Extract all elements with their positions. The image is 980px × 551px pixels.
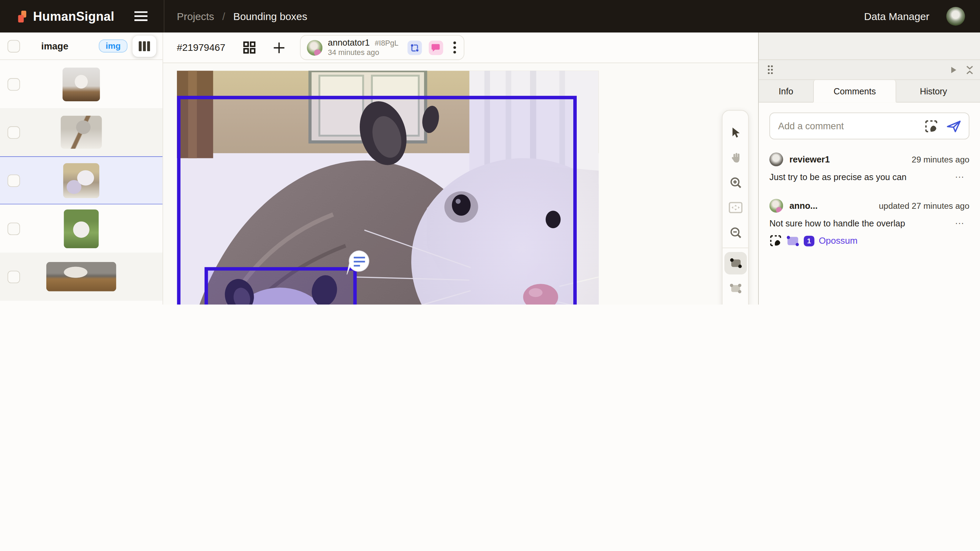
task-checkbox[interactable] bbox=[8, 174, 20, 187]
fit-to-screen-tool-icon[interactable] bbox=[723, 195, 748, 220]
comment-menu-ellipsis[interactable]: ... bbox=[955, 172, 969, 177]
task-list-header: image img bbox=[0, 32, 162, 60]
top-header: HumanSignal Projects / Bounding boxes Da… bbox=[0, 0, 980, 32]
attach-region-icon[interactable] bbox=[924, 119, 938, 133]
data-manager-link[interactable]: Data Manager bbox=[864, 10, 929, 22]
task-id: #21979467 bbox=[177, 42, 225, 53]
hamburger-menu-icon[interactable] bbox=[134, 11, 148, 21]
tool-divider bbox=[722, 247, 749, 248]
task-list-sidebar: image img bbox=[0, 32, 163, 304]
tab-info[interactable]: Info bbox=[759, 80, 813, 103]
task-checkbox[interactable] bbox=[8, 126, 20, 138]
comments-content: reviewer1 29 minutes ago Just try to be … bbox=[759, 103, 980, 304]
region-label: Opossum bbox=[819, 236, 858, 246]
comment-time: updated 27 minutes ago bbox=[879, 201, 969, 210]
breadcrumb-projects[interactable]: Projects bbox=[177, 10, 214, 22]
select-tool-icon[interactable] bbox=[723, 120, 748, 145]
column-type-badge[interactable]: img bbox=[99, 40, 127, 53]
task-checkbox[interactable] bbox=[8, 78, 20, 90]
task-row[interactable] bbox=[0, 60, 162, 108]
task-row-selected[interactable] bbox=[0, 156, 162, 204]
region-badge: 1 bbox=[804, 236, 815, 246]
add-annotation-icon[interactable] bbox=[273, 41, 285, 53]
annotator-name: annotator1 bbox=[328, 38, 370, 48]
ellipse-tool-icon[interactable] bbox=[723, 301, 748, 304]
comment-menu-ellipsis[interactable]: ... bbox=[955, 218, 969, 223]
annotator-avatar-small bbox=[770, 199, 783, 213]
tab-history[interactable]: History bbox=[896, 80, 970, 103]
image-canvas[interactable]: Cat 1 Opossum 2 bbox=[163, 63, 758, 304]
user-avatar[interactable] bbox=[946, 7, 965, 25]
comment-input[interactable] bbox=[778, 121, 924, 131]
expand-panel-icon[interactable] bbox=[951, 66, 957, 73]
comment-time: 29 minutes ago bbox=[912, 155, 969, 164]
tab-filler bbox=[970, 80, 980, 103]
task-checkbox[interactable] bbox=[8, 270, 20, 283]
send-comment-icon[interactable] bbox=[946, 119, 961, 132]
comment-author: reviewer1 bbox=[789, 154, 830, 164]
task-thumbnail[interactable] bbox=[64, 209, 99, 248]
comment-text: Not sure how to handle the overlap bbox=[770, 218, 905, 228]
task-row[interactable] bbox=[0, 301, 162, 304]
task-row[interactable] bbox=[0, 253, 162, 301]
annotation-time: 34 minutes ago bbox=[328, 49, 398, 57]
comment-author: anno... bbox=[789, 201, 818, 211]
tool-palette bbox=[722, 110, 749, 304]
breadcrumb-current: Bounding boxes bbox=[233, 10, 307, 22]
comments-panel-header[interactable] bbox=[759, 59, 980, 80]
grid-view-icon[interactable] bbox=[243, 41, 255, 54]
zoom-in-tool-icon[interactable] bbox=[723, 170, 748, 195]
task-thumbnail[interactable] bbox=[63, 163, 100, 198]
annotation-main: #21979467 annotator1 #I8PgL 34 minutes a… bbox=[163, 32, 758, 304]
region-opossum-2-fill[interactable] bbox=[206, 269, 355, 304]
task-thumbnail[interactable] bbox=[46, 262, 116, 291]
comments-panel-tabs: Info Comments History bbox=[759, 80, 980, 103]
comment-item: reviewer1 29 minutes ago Just try to be … bbox=[770, 153, 970, 182]
collapse-panel-icon[interactable] bbox=[966, 65, 974, 74]
comment-input-box[interactable] bbox=[770, 113, 970, 140]
task-row[interactable] bbox=[0, 204, 162, 252]
header-divider bbox=[164, 0, 164, 32]
tab-comments[interactable]: Comments bbox=[813, 80, 896, 103]
annotator-card[interactable]: annotator1 #I8PgL 34 minutes ago bbox=[300, 35, 464, 60]
comments-chip[interactable] bbox=[428, 40, 443, 55]
zoom-out-tool-icon[interactable] bbox=[723, 220, 748, 245]
reviewer-avatar bbox=[770, 153, 783, 166]
task-thumbnail[interactable] bbox=[62, 67, 100, 101]
column-title: image bbox=[41, 41, 68, 51]
rectangle-tool-icon-selected[interactable] bbox=[724, 252, 746, 274]
logo-text: HumanSignal bbox=[33, 9, 115, 24]
region-count-chip[interactable] bbox=[407, 40, 422, 55]
annotation-id-tag: #I8PgL bbox=[375, 40, 398, 48]
region-rect-icon bbox=[786, 235, 799, 247]
linked-region-icon bbox=[770, 234, 782, 247]
comment-text: Just try to be as precise as you can bbox=[770, 172, 907, 182]
comment-item: anno... updated 27 minutes ago Not sure … bbox=[770, 199, 970, 247]
kebab-menu-icon[interactable] bbox=[453, 41, 456, 54]
label-studio-app: HumanSignal Projects / Bounding boxes Da… bbox=[0, 0, 980, 304]
pan-hand-tool-icon[interactable] bbox=[723, 145, 748, 170]
annotator-avatar bbox=[307, 40, 322, 55]
humansignal-logo-icon bbox=[16, 10, 28, 22]
task-thumbnail[interactable] bbox=[60, 116, 102, 149]
task-toolbar: #21979467 annotator1 #I8PgL 34 minutes a… bbox=[163, 32, 758, 63]
drag-handle-icon[interactable] bbox=[767, 65, 773, 74]
breadcrumb: Projects / Bounding boxes bbox=[177, 10, 307, 22]
annotated-image[interactable] bbox=[177, 70, 599, 304]
breadcrumb-separator: / bbox=[222, 10, 225, 22]
task-checkbox[interactable] bbox=[8, 222, 20, 235]
select-all-checkbox[interactable] bbox=[8, 40, 20, 52]
task-row[interactable] bbox=[0, 108, 162, 156]
three-point-rectangle-tool-icon[interactable] bbox=[723, 276, 748, 301]
comment-region-reference[interactable]: 1 Opossum bbox=[770, 234, 970, 247]
humansignal-logo[interactable]: HumanSignal bbox=[16, 9, 115, 24]
columns-button[interactable] bbox=[132, 35, 156, 56]
right-panels: Info Comments History bbox=[758, 32, 980, 304]
